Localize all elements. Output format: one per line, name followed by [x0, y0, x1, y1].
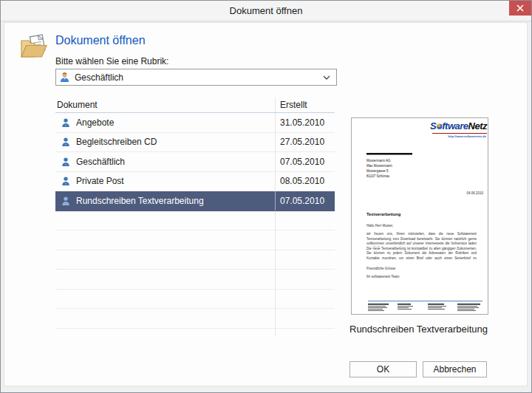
document-table: Dokument Erstellt Angebote31.05.2010 Beg… — [55, 98, 335, 337]
logo-underline — [432, 133, 487, 134]
document-cell[interactable]: Angebote — [55, 113, 275, 132]
column-header-created[interactable]: Erstellt — [275, 98, 335, 112]
chevron-down-icon — [323, 75, 330, 80]
table-header: Dokument Erstellt — [55, 98, 335, 113]
dialog-content: Dokument öffnen Bitte wählen Sie eine Ru… — [4, 22, 528, 386]
created-date: 27.05.2010 — [280, 137, 324, 147]
person-icon — [61, 117, 71, 128]
letter-footer-rule — [368, 301, 482, 301]
letter-salutation: Hallo Herr Muster, — [366, 224, 393, 228]
letter-signature: Ihr softwarenetz-Team — [366, 275, 400, 278]
softwarenetz-logo: SftwareNetz — [430, 121, 487, 131]
column-header-document[interactable]: Dokument — [55, 100, 275, 110]
letter-page: SftwareNetz http://www.softwarenetz.de M… — [352, 118, 488, 315]
created-date: 08.05.2010 — [280, 176, 324, 186]
recipient-address: Mustermann AGMax MustermannMustergasse 5… — [366, 158, 392, 179]
table-row[interactable]: Angebote31.05.2010 — [55, 113, 335, 133]
empty-table-row — [55, 309, 335, 329]
letter-footer — [368, 304, 482, 314]
person-icon — [61, 196, 71, 206]
letter-date: 04.06.2010 — [466, 191, 483, 195]
rubric-label: Bitte wählen Sie eine Rubrik: — [55, 56, 168, 66]
table-body: Angebote31.05.2010 Begleitschreiben CD27… — [55, 113, 335, 337]
document-preview: SftwareNetz http://www.softwarenetz.de M… — [351, 117, 488, 315]
open-document-icon — [20, 34, 48, 59]
table-row[interactable]: Private Post08.05.2010 — [55, 172, 335, 192]
letter-paragraph: wir freuen uns, Ihnen mitzuteilen, dass … — [366, 232, 477, 247]
dialog-window: Dokument öffnen Dokument öffnen Bitte wä… — [0, 0, 532, 393]
document-name: Angebote — [76, 117, 114, 128]
preview-caption: Rundschreiben Textverarbeitung — [349, 323, 488, 336]
letter-subject: Textverarbeitung — [366, 212, 400, 216]
sender-line — [366, 153, 412, 155]
created-cell[interactable]: 08.05.2010 — [275, 172, 335, 191]
empty-table-row — [55, 250, 335, 270]
rubric-person-icon — [59, 72, 70, 83]
document-cell[interactable]: Private Post — [55, 172, 275, 191]
table-row[interactable]: Begleitschreiben CD27.05.2010 — [55, 133, 335, 153]
rubric-selected-value: Geschäftlich — [75, 72, 123, 83]
created-date: 07.05.2010 — [280, 157, 324, 167]
person-icon — [61, 157, 71, 167]
empty-table-row — [55, 211, 335, 231]
rubric-select[interactable]: Geschäftlich — [55, 69, 337, 86]
letter-paragraph: Die neue Textverarbeitung ist kompatibel… — [366, 246, 477, 261]
window-title: Dokument öffnen — [1, 5, 531, 16]
created-cell[interactable]: 07.05.2010 — [275, 152, 335, 171]
created-date: 07.05.2010 — [280, 196, 324, 206]
table-row[interactable]: Rundschreiben Textverarbeitung07.05.2010 — [55, 191, 335, 211]
document-name: Private Post — [76, 176, 124, 186]
globe-icon — [437, 124, 443, 130]
table-row[interactable]: Geschäftlich07.05.2010 — [55, 152, 335, 172]
created-date: 31.05.2010 — [280, 117, 324, 128]
created-cell[interactable]: 27.05.2010 — [275, 133, 335, 152]
created-cell[interactable]: 31.05.2010 — [275, 113, 335, 132]
ok-button[interactable]: OK — [349, 361, 417, 377]
empty-table-row — [55, 329, 335, 338]
cancel-button[interactable]: Abbrechen — [423, 361, 487, 377]
document-name: Rundschreiben Textverarbeitung — [76, 196, 204, 206]
empty-table-row — [55, 290, 335, 310]
empty-table-row — [55, 270, 335, 290]
close-button[interactable] — [509, 1, 531, 16]
document-cell[interactable]: Rundschreiben Textverarbeitung — [55, 191, 275, 211]
person-icon — [61, 176, 71, 186]
document-cell[interactable]: Geschäftlich — [55, 152, 275, 171]
empty-table-row — [55, 230, 335, 250]
page-title: Dokument öffnen — [55, 33, 146, 49]
letter-closing: Freundliche Grüsse — [366, 267, 395, 270]
document-cell[interactable]: Begleitschreiben CD — [55, 133, 275, 152]
person-icon — [61, 137, 71, 147]
title-bar: Dokument öffnen — [1, 1, 531, 21]
logo-url: http://www.softwarenetz.de — [448, 134, 486, 138]
created-cell[interactable]: 07.05.2010 — [275, 191, 335, 211]
document-name: Begleitschreiben CD — [76, 137, 157, 147]
document-name: Geschäftlich — [76, 157, 125, 167]
close-icon — [516, 4, 524, 12]
